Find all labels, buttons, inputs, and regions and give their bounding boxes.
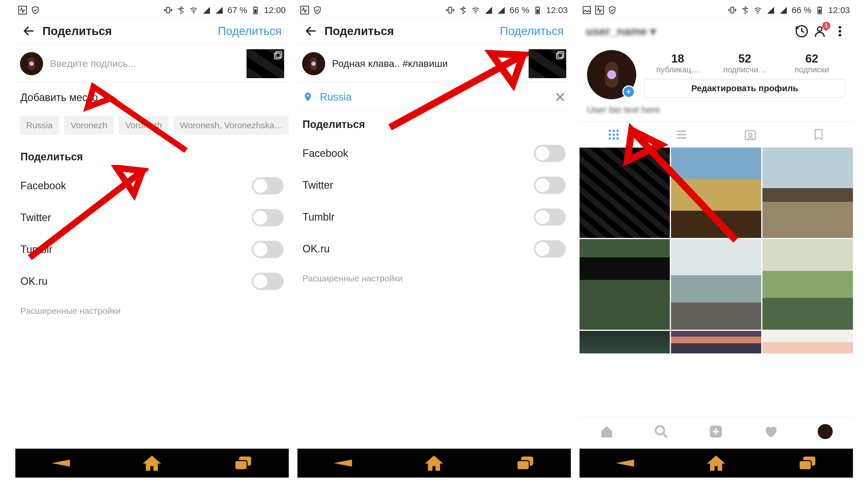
toggle[interactable] bbox=[534, 145, 566, 162]
add-post-icon[interactable] bbox=[709, 424, 723, 439]
profile-avatar[interactable]: + bbox=[587, 50, 636, 99]
svg-rect-7 bbox=[274, 53, 280, 59]
clear-location-icon[interactable] bbox=[555, 91, 566, 102]
svg-point-39 bbox=[613, 133, 615, 136]
svg-point-36 bbox=[613, 130, 615, 132]
profile-tab-icon[interactable] bbox=[818, 424, 833, 439]
signal-icon bbox=[202, 6, 211, 14]
tab-list[interactable] bbox=[648, 122, 716, 147]
nav-back-icon[interactable] bbox=[333, 454, 353, 472]
nav-recent-icon[interactable] bbox=[797, 454, 817, 472]
share-tumblr[interactable]: Tumblr bbox=[16, 234, 289, 266]
back-arrow-icon[interactable] bbox=[304, 25, 317, 37]
location-chip[interactable]: Voronezh bbox=[64, 116, 114, 135]
archive-icon[interactable] bbox=[795, 25, 808, 38]
post-cell[interactable] bbox=[580, 331, 670, 354]
post-cell[interactable] bbox=[763, 148, 852, 238]
svg-point-48 bbox=[748, 133, 752, 136]
app-header: Поделиться Поделиться bbox=[298, 18, 571, 45]
svg-point-41 bbox=[609, 138, 611, 140]
stat-label: подписки bbox=[778, 65, 845, 74]
username-dropdown[interactable]: user_name ▾ bbox=[586, 25, 656, 38]
add-story-icon[interactable]: + bbox=[622, 85, 635, 98]
share-facebook[interactable]: Facebook bbox=[298, 138, 571, 169]
share-twitter[interactable]: Twitter bbox=[16, 202, 289, 234]
share-twitter[interactable]: Twitter bbox=[298, 169, 571, 201]
activity-heart-icon[interactable] bbox=[763, 424, 778, 439]
signal-icon-2 bbox=[215, 6, 223, 14]
svg-point-51 bbox=[656, 426, 664, 434]
share-okru[interactable]: OK.ru bbox=[298, 233, 571, 265]
stat-following[interactable]: 62подписки bbox=[778, 52, 845, 74]
toggle[interactable] bbox=[534, 240, 566, 257]
tab-saved[interactable] bbox=[784, 122, 852, 147]
status-bar: 66 % 12:03 bbox=[298, 3, 571, 18]
post-thumbnail[interactable] bbox=[247, 49, 284, 78]
header-title: Поделиться bbox=[324, 25, 492, 38]
toggle[interactable] bbox=[252, 241, 283, 258]
post-cell[interactable] bbox=[671, 239, 761, 329]
nav-back-icon[interactable] bbox=[51, 454, 71, 472]
post-cell[interactable] bbox=[763, 331, 852, 354]
home-icon[interactable] bbox=[599, 424, 614, 439]
post-cell[interactable] bbox=[580, 148, 670, 238]
share-action[interactable]: Поделиться bbox=[500, 25, 564, 38]
selected-location-row[interactable]: Russia bbox=[298, 83, 571, 112]
nav-back-icon[interactable] bbox=[615, 454, 635, 472]
tab-grid[interactable] bbox=[580, 122, 648, 147]
multi-photo-icon bbox=[274, 51, 282, 60]
search-icon[interactable] bbox=[654, 424, 669, 439]
share-tumblr[interactable]: Tumblr bbox=[298, 201, 571, 233]
svg-rect-55 bbox=[799, 460, 811, 470]
avatar[interactable] bbox=[302, 52, 325, 75]
tab-tagged[interactable] bbox=[716, 122, 784, 147]
nav-home-icon[interactable] bbox=[706, 454, 726, 472]
signal-icon-2 bbox=[779, 6, 787, 14]
toggle[interactable] bbox=[252, 273, 283, 290]
nav-home-icon[interactable] bbox=[142, 454, 162, 472]
add-location-row[interactable]: Добавить место bbox=[16, 83, 289, 113]
toggle[interactable] bbox=[534, 177, 566, 194]
svg-rect-17 bbox=[558, 52, 564, 57]
stat-posts[interactable]: 18публикац… bbox=[644, 52, 711, 74]
post-cell[interactable] bbox=[671, 331, 761, 354]
nav-home-icon[interactable] bbox=[424, 454, 444, 472]
svg-point-43 bbox=[616, 138, 619, 140]
share-okru[interactable]: OK.ru bbox=[16, 266, 289, 297]
toggle[interactable] bbox=[252, 209, 283, 226]
svg-point-42 bbox=[613, 138, 615, 140]
edit-profile-button[interactable]: Редактировать профиль bbox=[644, 79, 845, 97]
svg-rect-8 bbox=[60, 462, 70, 465]
menu-dots-icon[interactable] bbox=[833, 25, 846, 38]
share-section-title: Поделиться bbox=[298, 112, 571, 138]
post-cell[interactable] bbox=[671, 148, 761, 238]
vibrate-icon bbox=[728, 6, 737, 14]
toggle[interactable] bbox=[252, 177, 283, 194]
discover-people-icon[interactable]: 1 bbox=[814, 25, 828, 38]
post-cell[interactable] bbox=[763, 239, 852, 329]
location-chip[interactable]: Woronesh, Voronezhska… bbox=[174, 116, 289, 135]
battery-icon bbox=[815, 6, 824, 14]
location-chip[interactable]: Voronezh bbox=[119, 116, 168, 135]
share-action[interactable]: Поделиться bbox=[218, 25, 282, 38]
caption-row bbox=[16, 45, 289, 83]
back-arrow-icon[interactable] bbox=[22, 25, 35, 37]
advanced-settings-link[interactable]: Расширенные настройки bbox=[298, 265, 571, 292]
svg-rect-53 bbox=[624, 462, 634, 465]
nav-recent-icon[interactable] bbox=[233, 454, 253, 472]
post-thumbnail[interactable] bbox=[529, 49, 566, 78]
wifi-icon bbox=[471, 6, 480, 14]
advanced-settings-link[interactable]: Расширенные настройки bbox=[16, 297, 289, 325]
caption-row: Родная клава.. #клавиши bbox=[298, 45, 571, 83]
svg-point-46 bbox=[676, 138, 677, 139]
location-chip[interactable]: Russia bbox=[20, 116, 59, 135]
nav-recent-icon[interactable] bbox=[515, 454, 535, 472]
stat-followers[interactable]: 52подписчи… bbox=[711, 52, 778, 74]
caption-input[interactable] bbox=[50, 58, 240, 69]
caption-input[interactable]: Родная клава.. #клавиши bbox=[332, 58, 522, 69]
profile-header: user_name ▾ 1 bbox=[580, 18, 853, 45]
toggle[interactable] bbox=[534, 208, 566, 226]
share-facebook[interactable]: Facebook bbox=[16, 170, 289, 202]
avatar[interactable] bbox=[20, 52, 43, 75]
post-cell[interactable] bbox=[580, 239, 670, 329]
